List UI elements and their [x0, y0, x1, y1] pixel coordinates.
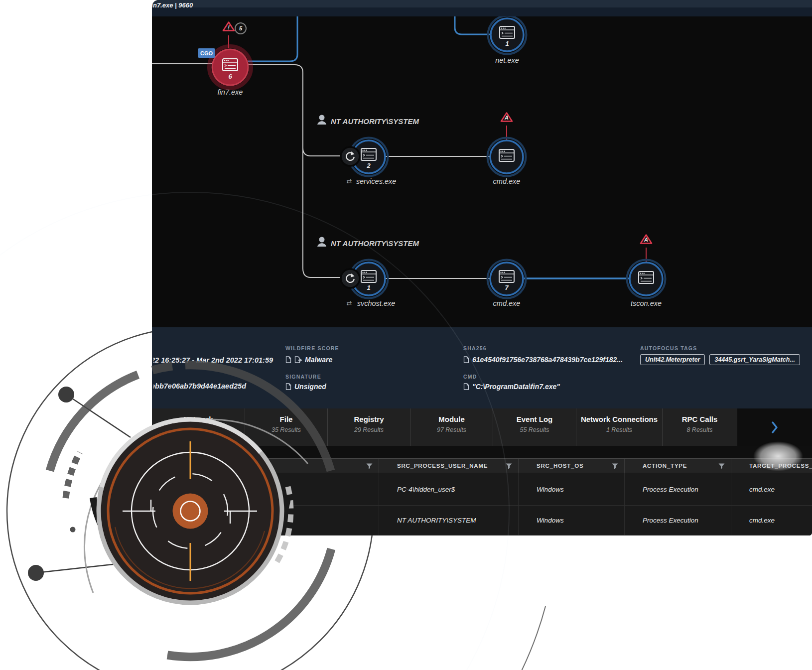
table-toolbar: [152, 446, 812, 458]
window-title: fin7.exe | 9660: [152, 0, 301, 9]
window-title-bar: fin7.exe | 9660: [152, 0, 812, 16]
autofocus-tags-label: AUTOFOCUS TAGS: [640, 345, 697, 351]
table-header-row: SRC_PROCESS_USER_NAME SRC_HOST_OS ACTION…: [152, 458, 812, 473]
column-header[interactable]: TARGET_PROCESS_NAME: [731, 459, 812, 473]
user-icon: [317, 243, 326, 247]
process-node-svchost[interactable]: 1: [341, 260, 388, 298]
column-header[interactable]: SRC_PROCESS_USER_NAME: [379, 459, 518, 473]
filter-icon[interactable]: [718, 463, 725, 469]
swap-icon: ⇄: [347, 177, 352, 185]
svg-text:A: A: [644, 237, 648, 243]
svg-text:2: 2: [366, 162, 371, 169]
process-node-cmd2[interactable]: 7: [488, 260, 526, 298]
filter-icon[interactable]: [506, 463, 512, 469]
injection-icon: [341, 147, 360, 166]
process-details-panel: 22 16:25:27 - Mar 2nd 2022 17:01:59 ebb7…: [152, 327, 812, 408]
autofocus-tag[interactable]: 34445.gsrt_YaraSigMatch...: [709, 354, 800, 365]
user-icon: [317, 121, 326, 125]
svg-text:6: 6: [228, 73, 232, 80]
swap-icon: ⇄: [347, 299, 352, 307]
more-tabs-button[interactable]: [737, 408, 812, 446]
causality-view-window: fin7.exe | 9660: [152, 0, 812, 536]
injection-icon: [341, 269, 360, 288]
user-context: NT AUTHORITY\SYSTEM: [317, 237, 419, 248]
process-node-tscon[interactable]: [627, 260, 666, 298]
target-orange-echo: [115, 527, 265, 588]
tab-module[interactable]: Module 97 Results: [410, 408, 493, 446]
autofocus-tag[interactable]: Unit42.Meterpreter: [640, 354, 705, 365]
table-row[interactable]: PC-4\hidden_user$ Windows Process Execut…: [152, 473, 812, 506]
signature-label: SIGNATURE: [285, 374, 321, 380]
svg-text:NT AUTHORITY\SYSTEM: NT AUTHORITY\SYSTEM: [331, 239, 419, 248]
node-label: cmd.exe: [493, 299, 521, 307]
filter-icon[interactable]: [366, 463, 373, 469]
node-label: services.exe: [356, 177, 397, 185]
process-graph: ! 5 6 CGO fin7.exe: [152, 16, 812, 327]
callout-dot: [58, 387, 74, 402]
callout-lines: [36, 395, 131, 573]
svg-text:1: 1: [505, 40, 509, 47]
process-node-cmd1[interactable]: [488, 138, 526, 176]
node-label: tscon.exe: [631, 299, 662, 307]
column-header[interactable]: [152, 459, 379, 473]
user-context: NT AUTHORITY\SYSTEM: [317, 115, 419, 126]
node-label: net.exe: [495, 56, 519, 64]
user-icon: [319, 237, 325, 243]
far-outer-arc: [285, 606, 545, 670]
user-icon: [319, 115, 325, 121]
alert-triangle-icon[interactable]: ! 5: [223, 22, 246, 34]
tab-rpc-calls[interactable]: RPC Calls 8 Results: [663, 408, 737, 446]
timestamp-range: 22 16:25:27 - Mar 2nd 2022 17:01:59: [153, 356, 284, 365]
process-node-services[interactable]: 2: [341, 138, 388, 176]
column-header[interactable]: ACTION_TYPE: [624, 459, 731, 473]
document-icon: [463, 356, 469, 363]
document-icon: [285, 356, 291, 363]
table-row[interactable]: NT AUTHORITY\SYSTEM Windows Process Exec…: [152, 506, 812, 536]
document-icon: [463, 383, 469, 390]
svg-text:1: 1: [367, 284, 370, 291]
svg-text:A: A: [504, 115, 509, 121]
tab-network-connections[interactable]: Network Connections 1 Results: [576, 408, 663, 446]
svg-text:5: 5: [239, 25, 243, 31]
node-label: svchost.exe: [357, 299, 396, 307]
report-export-icon: [294, 356, 302, 363]
column-header[interactable]: SRC_HOST_OS: [518, 459, 624, 473]
signature-value: Unsigned: [285, 383, 326, 391]
ring-dot: [70, 527, 76, 533]
sha256-value: 61e4540f91756e738768a478439b7ce129f182..…: [463, 356, 623, 364]
filter-icon[interactable]: [612, 463, 618, 469]
tab-registry[interactable]: Registry 29 Results: [328, 408, 410, 446]
autofocus-tags: Unit42.Meterpreter 34445.gsrt_YaraSigMat…: [640, 354, 812, 365]
tick-dashes-left: [66, 452, 80, 498]
process-node-net[interactable]: 1: [488, 16, 527, 54]
wildfire-score-value: Malware: [285, 356, 332, 364]
results-tab-bar: Network File 35 Results Registry 29 Resu…: [152, 408, 812, 446]
wildfire-score-label: WILDFIRE SCORE: [285, 345, 339, 351]
sha256-label: SHA256: [463, 345, 487, 351]
process-node-fin7[interactable]: 6 CGO: [198, 46, 251, 88]
cmd-label: CMD: [463, 374, 477, 380]
tab-event-log[interactable]: Event Log 55 Results: [493, 408, 576, 446]
alert-triangle-icon[interactable]: A: [501, 113, 512, 122]
chevron-right-icon: [771, 420, 779, 434]
callout-dot: [28, 565, 44, 581]
svg-text:CGO: CGO: [200, 50, 213, 56]
cmd-value: "C:\ProgramData\fin7.exe": [463, 383, 560, 391]
node-label: fin7.exe: [218, 88, 243, 96]
svg-text:!: !: [228, 24, 230, 30]
document-icon: [285, 383, 291, 390]
node-label: cmd.exe: [493, 177, 521, 185]
tab-file[interactable]: File 35 Results: [245, 408, 328, 446]
svg-text:7: 7: [505, 284, 509, 291]
tab-network[interactable]: Network: [152, 408, 245, 446]
file-hash: ebb7e06ab7b9d44e1aed25d: [153, 382, 284, 391]
alert-triangle-icon[interactable]: A: [641, 235, 652, 244]
svg-text:NT AUTHORITY\SYSTEM: NT AUTHORITY\SYSTEM: [331, 117, 419, 126]
